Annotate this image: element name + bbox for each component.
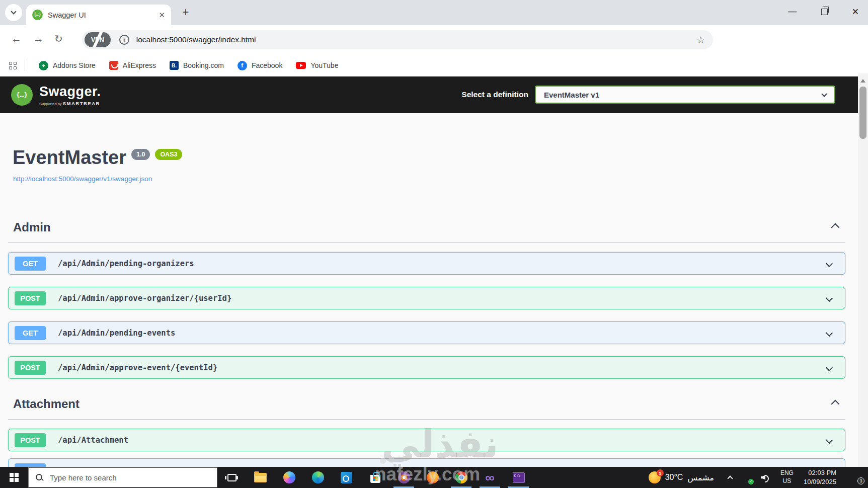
bookmark-label: YouTube xyxy=(310,61,338,69)
smartbear-wordmark: SMARTBEAR xyxy=(63,101,100,106)
vpn-badge[interactable]: VPN xyxy=(85,32,111,47)
method-badge: POST xyxy=(15,291,46,305)
chevron-down-icon xyxy=(821,91,827,97)
section-header-admin[interactable]: Admin xyxy=(8,212,845,243)
start-button[interactable] xyxy=(0,467,28,488)
endpoint-row[interactable]: GET /api/Admin/pending-organizers xyxy=(8,252,845,275)
endpoint-path: /api/Admin/approve-organizer/{userId} xyxy=(58,294,231,303)
selected-definition: EventMaster v1 xyxy=(544,91,599,99)
weather-widget[interactable]: 1 30°C مشمس xyxy=(649,471,714,483)
endpoint-row[interactable]: POST /api/Admin/approve-event/{eventId} xyxy=(8,356,845,379)
temperature-text: 30°C xyxy=(665,473,683,482)
bookmarks-bar: ✦ Addons Store AliExpress B. Booking.com… xyxy=(0,54,868,76)
method-badge: GET xyxy=(15,326,46,340)
select-definition-label: Select a definition xyxy=(461,90,528,99)
url-text[interactable]: localhost:5000/swagger/index.html xyxy=(136,35,256,44)
swagger-wordmark: Swagger. xyxy=(39,84,101,100)
tab-search-button[interactable] xyxy=(5,4,22,21)
copilot-button[interactable] xyxy=(275,467,303,488)
time-text: 02:03 PM xyxy=(804,468,836,477)
endpoint-path: /api/Attachment xyxy=(58,436,128,445)
api-title: EventMaster xyxy=(13,146,126,169)
reload-button[interactable]: ↻ xyxy=(54,33,63,45)
page-scrollbar[interactable] xyxy=(858,73,868,467)
chevron-down-icon[interactable] xyxy=(826,364,833,371)
file-explorer-button[interactable] xyxy=(246,467,275,488)
swagger-logo-icon: {…} xyxy=(11,84,33,106)
bookmarks-divider xyxy=(25,60,25,71)
date-text: 10/09/2025 xyxy=(804,477,836,486)
window-close-button[interactable]: ✕ xyxy=(852,7,859,17)
method-badge: GET xyxy=(15,257,46,271)
windows-logo-icon xyxy=(10,473,19,482)
section-header-attachment[interactable]: Attachment xyxy=(8,389,845,420)
tab-close-icon[interactable]: ✕ xyxy=(159,11,165,20)
address-bar[interactable]: VPN i localhost:5000/swagger/index.html … xyxy=(82,30,713,49)
window-minimize-button[interactable]: — xyxy=(788,7,797,17)
bookmark-label: Facebook xyxy=(252,61,282,69)
chevron-down-icon[interactable] xyxy=(826,436,833,443)
endpoint-path: /api/Admin/pending-organizers xyxy=(58,259,194,268)
taskbar-search-input[interactable] xyxy=(49,473,200,482)
browser-tab-swagger[interactable]: {…} Swagger UI ✕ xyxy=(26,5,171,25)
booking-favicon: B. xyxy=(170,61,179,70)
outlook-button[interactable] xyxy=(332,467,361,488)
spec-url-link[interactable]: http://localhost:5000/swagger/v1/swagger… xyxy=(13,175,152,183)
copilot-icon xyxy=(283,471,295,483)
bookmark-addons-store[interactable]: ✦ Addons Store xyxy=(39,61,96,70)
window-restore-button[interactable] xyxy=(821,9,828,15)
youtube-favicon xyxy=(296,62,306,69)
facebook-favicon: f xyxy=(238,61,247,70)
taskbar-search-box[interactable] xyxy=(28,467,217,487)
terminal-button[interactable]: C:\ xyxy=(504,467,533,488)
chevron-up-icon[interactable] xyxy=(831,400,840,409)
endpoint-row[interactable]: POST /api/Admin/approve-organizer/{userI… xyxy=(8,287,845,309)
endpoint-path: /api/Admin/approve-event/{eventId} xyxy=(58,363,217,372)
visual-studio-icon: ∞ xyxy=(485,472,495,482)
chevron-down-icon xyxy=(11,9,16,14)
windows-security-icon[interactable]: ✓ xyxy=(742,472,752,483)
taskbar-clock[interactable]: 02:03 PM 10/09/2025 xyxy=(804,468,836,486)
swagger-page: EventMaster 1.0 OAS3 http://localhost:50… xyxy=(0,113,858,467)
outlook-icon xyxy=(341,472,352,483)
forward-button[interactable]: → xyxy=(33,33,44,45)
back-button[interactable]: ← xyxy=(11,33,22,45)
chevron-down-icon[interactable] xyxy=(826,260,833,267)
tab-title: Swagger UI xyxy=(48,11,86,19)
method-badge: POST xyxy=(15,433,46,447)
bookmark-star-icon[interactable]: ☆ xyxy=(696,34,705,46)
bookmark-aliexpress[interactable]: AliExpress xyxy=(109,61,156,70)
chevron-down-icon[interactable] xyxy=(826,329,833,336)
task-view-button[interactable] xyxy=(217,467,246,488)
folder-icon xyxy=(254,473,267,482)
chevron-down-icon[interactable] xyxy=(826,294,833,301)
edge-button[interactable] xyxy=(303,467,332,488)
bookmark-label: Booking.com xyxy=(183,61,224,69)
scrollbar-thumb[interactable] xyxy=(859,87,866,139)
scroll-up-arrow-icon[interactable] xyxy=(860,76,865,83)
notification-count-badge: 3 xyxy=(857,477,864,484)
new-tab-button[interactable]: + xyxy=(182,6,189,19)
definition-select[interactable]: EventMaster v1 xyxy=(535,86,835,104)
language-indicator[interactable]: ENG US xyxy=(780,469,794,485)
endpoint-row[interactable]: GET /api/Admin/pending-events xyxy=(8,321,845,344)
edge-icon xyxy=(312,471,324,483)
version-badge: 1.0 xyxy=(131,149,150,160)
volume-icon[interactable] xyxy=(761,474,769,481)
swagger-favicon: {…} xyxy=(32,10,43,20)
method-badge xyxy=(15,463,46,467)
site-info-icon[interactable]: i xyxy=(119,35,129,45)
bookmark-youtube[interactable]: YouTube xyxy=(296,61,338,69)
weather-alert-badge: 1 xyxy=(657,469,664,476)
watermark-latin: nafezly.com xyxy=(375,464,480,485)
chevron-up-icon[interactable] xyxy=(831,223,840,232)
apps-grid-icon[interactable] xyxy=(9,62,17,69)
language-region: US xyxy=(780,477,794,485)
hidden-icons-chevron-icon[interactable] xyxy=(727,475,733,481)
language-code: ENG xyxy=(780,469,794,477)
weather-condition-text: مشمس xyxy=(687,473,714,482)
bookmark-booking[interactable]: B. Booking.com xyxy=(170,61,224,70)
bookmark-facebook[interactable]: f Facebook xyxy=(238,61,282,70)
notification-center-button[interactable]: 3 xyxy=(849,473,861,482)
watermark-arabic: نفذلي xyxy=(381,422,499,466)
